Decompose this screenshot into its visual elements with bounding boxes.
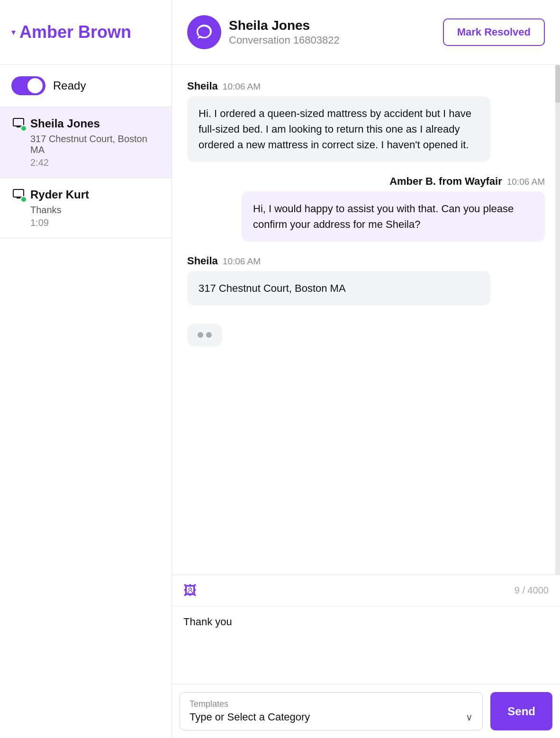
conversation-list: Sheila Jones 317 Chestnut Court, Boston … [0,107,172,738]
right-header: Sheila Jones Conversation 16803822 Mark … [172,0,560,64]
scrollbar-track[interactable] [555,65,560,575]
char-count: 9 / 4000 [515,585,549,596]
main-body: Ready Sheila Jones 317 Chestnut [0,65,560,738]
message-group-3: Sheila 10:06 AM 317 Chestnut Court, Bost… [187,255,545,306]
status-label: Ready [53,79,86,92]
conv-icon [11,117,26,131]
status-row: Ready [0,65,172,107]
templates-select[interactable]: Templates Type or Select a Category ∨ [180,692,483,730]
msg-bubble-2: Hi, I would happy to assist you with tha… [242,191,545,242]
conversation-id: Conversation 16803822 [229,34,340,46]
conversation-item-sheila[interactable]: Sheila Jones 317 Chestnut Court, Boston … [0,107,172,178]
templates-placeholder-row: Type or Select a Category ∨ [190,711,473,723]
conversation-item-ryder[interactable]: Ryder Kurt Thanks 1:09 [0,178,172,238]
chat-panel: Sheila 10:06 AM Hi. I ordered a queen-si… [172,65,560,738]
msg-bubble-3: 317 Chestnut Court, Boston MA [187,271,490,306]
typing-indicator [187,324,222,346]
conv-preview-sheila: 317 Chestnut Court, Boston MA [11,134,160,155]
contact-info: Sheila Jones Conversation 16803822 [187,15,340,49]
msg-sender-2: Amber B. from Wayfair [389,175,502,188]
toggle-track [11,76,45,95]
msg-time-2: 10:06 AM [507,177,545,187]
left-header: ▾ Amber Brown [0,0,172,64]
online-indicator-ryder [20,196,27,203]
messages-area: Sheila 10:06 AM Hi. I ordered a queen-si… [172,65,560,575]
msg-meta-1: Sheila 10:06 AM [187,80,545,92]
typing-dot-1 [198,332,203,338]
input-area: 🖼 9 / 4000 Thank you [172,575,560,684]
msg-meta-3: Sheila 10:06 AM [187,255,545,267]
scrollbar-thumb[interactable] [555,65,560,103]
msg-sender-3: Sheila [187,255,218,267]
conv-icon-ryder [11,188,26,202]
conv-time-ryder: 1:09 [11,217,160,228]
online-indicator [20,125,27,132]
conv-item-top: Sheila Jones [11,117,160,131]
mark-resolved-button[interactable]: Mark Resolved [443,18,545,46]
conv-name-ryder: Ryder Kurt [30,188,89,201]
conv-preview-ryder: Thanks [11,205,160,216]
conv-name-sheila: Sheila Jones [30,117,100,130]
top-header: ▾ Amber Brown Sheila Jones Conversation … [0,0,560,65]
agent-name: Amber Brown [19,22,131,42]
conv-item-top-ryder: Ryder Kurt [11,188,160,202]
templates-label: Templates [190,699,473,709]
contact-name: Sheila Jones [229,18,340,33]
msg-meta-2: Amber B. from Wayfair 10:06 AM [187,175,545,188]
templates-placeholder: Type or Select a Category [190,711,310,723]
chat-icon [195,23,214,42]
bottom-bar: Templates Type or Select a Category ∨ Se… [172,684,560,738]
sidebar: Ready Sheila Jones 317 Chestnut [0,65,172,738]
chevron-down-icon: ▾ [11,27,16,37]
msg-time-3: 10:06 AM [223,256,261,267]
send-button[interactable]: Send [490,692,552,730]
contact-text: Sheila Jones Conversation 16803822 [229,18,340,46]
message-input[interactable]: Thank you [172,606,560,682]
toggle-knob [27,78,43,93]
conv-time-sheila: 2:42 [11,157,160,168]
msg-sender-1: Sheila [187,80,218,92]
image-attach-icon[interactable]: 🖼 [183,583,197,598]
templates-chevron-icon: ∨ [466,711,473,723]
ready-toggle[interactable] [11,76,45,95]
avatar [187,15,221,49]
typing-dot-2 [206,332,212,338]
agent-dropdown[interactable]: ▾ Amber Brown [11,22,131,42]
message-group-1: Sheila 10:06 AM Hi. I ordered a queen-si… [187,80,545,162]
input-toolbar: 🖼 9 / 4000 [172,575,560,606]
msg-bubble-1: Hi. I ordered a queen-sized mattress by … [187,96,490,162]
message-group-2: Amber B. from Wayfair 10:06 AM Hi, I wou… [187,175,545,242]
msg-time-1: 10:06 AM [223,81,261,92]
